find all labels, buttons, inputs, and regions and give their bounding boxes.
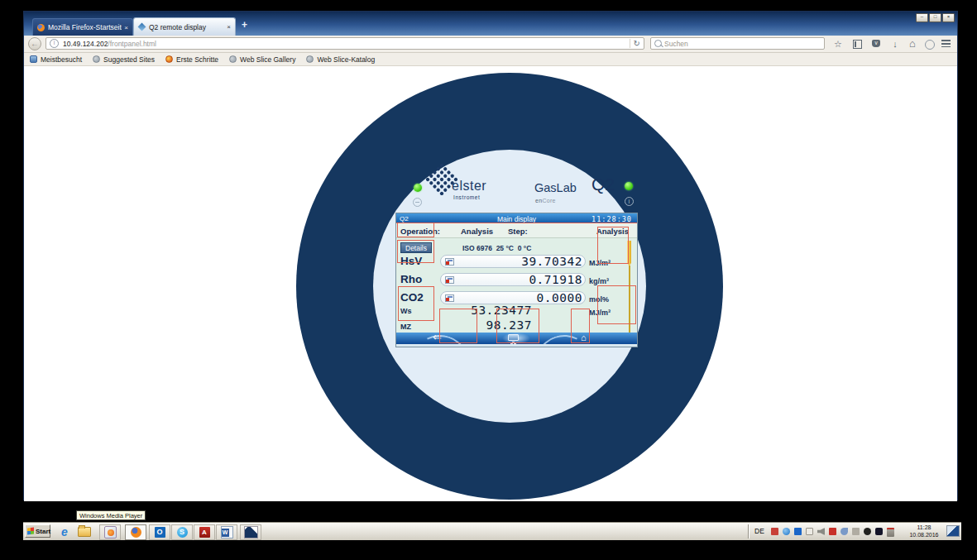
browser-window: Mozilla Firefox-Startseite × Q2 remote d…: [23, 11, 958, 500]
taskbar: Start e O S A DE 11:28 10.08.2016: [23, 522, 961, 540]
measurement-label: MZ: [400, 323, 411, 331]
measurement-label: CO2: [400, 291, 424, 304]
windows-logo-icon: [27, 527, 34, 534]
search-icon: [654, 40, 662, 47]
taskbar-word-icon[interactable]: [216, 524, 237, 540]
back-button[interactable]: ←: [28, 37, 41, 50]
elster-favicon-icon: [138, 23, 146, 31]
measurement-label: Rho: [400, 273, 422, 285]
home-icon[interactable]: ⌂: [906, 38, 919, 50]
tray-volume-icon[interactable]: [817, 528, 825, 535]
sync-glyph: [925, 40, 935, 50]
tray-icon[interactable]: [771, 528, 778, 535]
measurement-unit: kg/m³: [589, 277, 609, 285]
ie-glyph: e: [61, 525, 68, 538]
bookmark-label: Web Slice-Katalog: [317, 55, 375, 64]
trend-chart-icon[interactable]: [445, 258, 454, 266]
tab-close-icon[interactable]: ×: [124, 24, 128, 31]
status-led-right: [625, 182, 633, 190]
status-led-left: [414, 184, 422, 192]
operation-label: Operation:: [400, 227, 440, 236]
info-icon: i: [625, 197, 634, 206]
measurement-unit: MJ/m³: [589, 309, 611, 317]
measurement-unit: MJ/m³: [589, 259, 611, 267]
search-placeholder: Suchen: [664, 40, 688, 48]
measurement-label: Ws: [400, 307, 412, 315]
tab-label: Mozilla Firefox-Startseite: [48, 23, 122, 31]
outlook-glyph: O: [155, 527, 165, 538]
globe-icon: [93, 55, 100, 63]
menu-icon[interactable]: [939, 38, 952, 50]
bookmark-web-slice-gallery[interactable]: Web Slice Gallery: [229, 55, 295, 64]
sync-icon[interactable]: [923, 38, 936, 50]
url-bar[interactable]: i 10.49.124.202/frontpanel.html ↻: [45, 37, 644, 50]
close-button[interactable]: ×: [942, 13, 955, 22]
firefox-favicon-icon: [37, 24, 45, 31]
tray-clock[interactable]: 11:28 10.08.2016: [905, 524, 943, 538]
taskbar-firefox-icon[interactable]: [125, 524, 146, 540]
desktop: { "colors": { "device_ring": "#15375f", …: [0, 0, 977, 560]
taskbar-outlook-icon[interactable]: O: [149, 524, 170, 540]
tray-icon[interactable]: [841, 528, 848, 535]
tab-close-icon[interactable]: ×: [227, 23, 231, 31]
taskbar-internet-explorer-icon[interactable]: e: [55, 524, 74, 538]
operation-value: Analysis: [461, 227, 493, 236]
skype-glyph: S: [177, 527, 188, 538]
details-button[interactable]: Details: [400, 242, 432, 253]
bookmark-erste-schritte[interactable]: Erste Schritte: [165, 55, 218, 64]
bookmark-web-slice-katalog[interactable]: Web Slice-Katalog: [306, 55, 375, 64]
measurement-label: HsV: [400, 255, 422, 267]
nav-back-icon[interactable]: ⇐: [433, 333, 442, 343]
taskbar-skype-icon[interactable]: S: [171, 524, 193, 540]
language-indicator[interactable]: DE: [754, 527, 764, 535]
measurement-row: HsV 39.70342 MJ/m³: [396, 255, 637, 269]
pocket-icon[interactable]: ∨: [869, 38, 883, 50]
nav-home-icon[interactable]: ⌂: [581, 333, 587, 342]
restore-button[interactable]: □: [929, 13, 941, 22]
scroll-marker[interactable]: [627, 241, 631, 266]
new-tab-button[interactable]: +: [242, 19, 247, 31]
product-family: enCore: [535, 198, 556, 203]
search-input[interactable]: Suchen: [650, 37, 825, 50]
tab-firefox-start[interactable]: Mozilla Firefox-Startseite ×: [32, 18, 133, 36]
nav-monitor-icon[interactable]: [508, 334, 519, 341]
show-desktop-icon[interactable]: [946, 525, 960, 537]
tray-icon[interactable]: [783, 528, 790, 535]
tray-icon[interactable]: [794, 528, 802, 535]
measurement-row: Ws 53.23477 MJ/m³: [396, 304, 637, 318]
measurement-value: 0.71918: [529, 273, 582, 286]
bookmarks-panel-icon[interactable]: [850, 38, 864, 50]
start-label: Start: [36, 528, 50, 535]
tray-icon[interactable]: [829, 528, 836, 535]
taskbar-adobe-reader-icon[interactable]: A: [194, 524, 215, 540]
globe-icon: [229, 55, 237, 63]
tray-power-icon[interactable]: [864, 528, 871, 535]
bookmark-suggested-sites[interactable]: Suggested Sites: [93, 55, 155, 64]
tray-icon[interactable]: [887, 528, 894, 537]
minimize-button[interactable]: –: [916, 13, 928, 22]
trend-chart-icon[interactable]: [445, 276, 454, 284]
bookmark-star-icon[interactable]: ☆: [831, 38, 845, 50]
brand-name: elster: [452, 179, 486, 194]
reload-icon[interactable]: ↻: [630, 39, 644, 48]
measurement-value: 0.0000: [537, 291, 582, 304]
taskbar-app-icon[interactable]: [240, 524, 261, 540]
site-info-icon[interactable]: i: [50, 39, 59, 48]
start-button[interactable]: Start: [25, 524, 50, 538]
tray-icon[interactable]: [852, 528, 860, 535]
bookmark-label: Erste Schritte: [176, 55, 218, 64]
tab-label: Q2 remote display: [149, 23, 224, 31]
measurement-value: 39.70342: [521, 255, 582, 268]
tray-bluetooth-icon[interactable]: [875, 528, 883, 535]
taskbar-windows-media-player-icon[interactable]: [99, 524, 121, 540]
panel-glyph: [853, 40, 862, 49]
trend-chart-icon[interactable]: [445, 294, 454, 302]
taskbar-explorer-folder-icon[interactable]: [74, 524, 94, 538]
tray-icon[interactable]: [806, 528, 813, 535]
bookmark-label: Meistbesucht: [41, 55, 82, 64]
screen-clock: 11:28:30: [591, 215, 632, 223]
bookmark-meistbesucht[interactable]: Meistbesucht: [30, 55, 82, 64]
wmp-glyph: [104, 526, 117, 538]
downloads-icon[interactable]: ↓: [888, 38, 902, 50]
tab-q2-remote-display[interactable]: Q2 remote display ×: [133, 17, 236, 36]
